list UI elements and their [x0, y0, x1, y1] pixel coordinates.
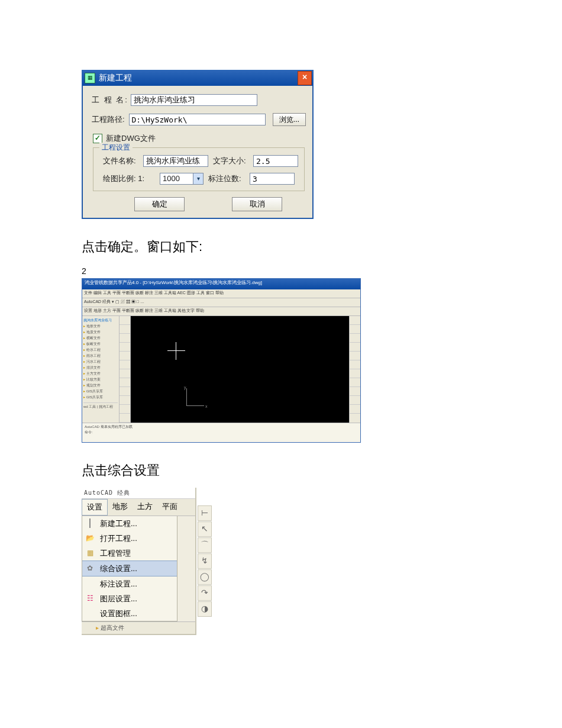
menu-item-label: 新建工程...	[100, 518, 137, 529]
tab-earthwork[interactable]: 土方	[133, 499, 157, 516]
cad-canvas[interactable]: y x	[131, 316, 349, 423]
tree-root[interactable]: 挑沟水库鸿业练习	[83, 318, 118, 323]
scale-value: 1000	[160, 173, 193, 184]
tree-item[interactable]: 纵断文件	[83, 342, 118, 347]
ucs-y-label: y	[184, 385, 186, 389]
tab-settings[interactable]: 设置	[82, 499, 108, 516]
settings-menu-window: AutoCAD 经典 设置 地形 土方 平面 新建工程... 📂 打开工程...…	[82, 488, 196, 635]
tree-item[interactable]: GIS共享库	[83, 395, 118, 400]
settings-dropdown: 新建工程... 📂 打开工程... ▦ 工程管理 ✿ 综合设置... 标注设置.…	[82, 516, 177, 621]
cad-right-toolbar[interactable]	[349, 316, 360, 423]
tree-item[interactable]: 土方文件	[83, 371, 118, 376]
project-path-label: 工程路径:	[92, 114, 129, 125]
app-icon: ▦	[85, 73, 95, 83]
blank-icon	[85, 579, 95, 589]
tool-icon[interactable]: ◯	[198, 569, 212, 585]
menu-item-project-manage[interactable]: ▦ 工程管理	[82, 546, 177, 561]
tool-icon[interactable]: ◑	[198, 601, 212, 617]
tree-item[interactable]: 排洪文件	[83, 365, 118, 371]
tool-icon[interactable]: ↷	[198, 585, 212, 601]
menu-item-label: 工程管理	[100, 548, 131, 559]
menubar[interactable]: 设置 地形 土方 平面	[82, 499, 195, 516]
text-size-label: 文字大小:	[213, 156, 253, 166]
precision-input[interactable]	[250, 173, 295, 185]
menu-item-label: 打开工程...	[100, 533, 137, 544]
tool-icon[interactable]: ⌒	[198, 537, 212, 553]
tree-footer: wd 工具 | 挑沟工程	[83, 402, 118, 410]
tree-item[interactable]: 地形文件	[83, 324, 118, 329]
tree-item[interactable]: GIS共享库	[83, 389, 118, 394]
cad-command-line[interactable]: AutoCAD 菜单实用程序已加载 命令:	[82, 423, 360, 442]
project-manage-icon: ▦	[85, 549, 95, 558]
close-icon[interactable]: ×	[298, 71, 312, 85]
dialog-title: 新建工程	[99, 73, 132, 83]
tool-icon[interactable]: ↯	[198, 553, 212, 569]
new-project-dialog: ▦ 新建工程 × 工 程 名: 工程路径: 浏览... ✓ 新建DWG文件 工程…	[82, 70, 314, 219]
dialog-titlebar: ▦ 新建工程 ×	[82, 70, 313, 86]
new-file-icon	[85, 519, 95, 529]
precision-label: 标注位数:	[208, 173, 250, 184]
tree-item[interactable]: 规划文件	[83, 383, 118, 388]
crosshair-icon	[167, 350, 185, 351]
file-name-label: 文件名称:	[103, 156, 143, 166]
ucs-y-axis	[186, 388, 187, 406]
new-dwg-checkbox[interactable]: ✓	[93, 134, 102, 143]
file-name-input[interactable]	[143, 155, 208, 167]
menu-item-label: 设置图框...	[100, 608, 137, 619]
folder-open-icon: 📂	[85, 534, 95, 543]
cad-titlebar: 鸿业管线数据共享产品4.0 - [D:\HySzWork\挑沟水库鸿业练习\挑沟…	[82, 279, 360, 289]
tree-item[interactable]: 横断文件	[83, 336, 118, 341]
page-number: 2	[82, 266, 562, 276]
ucs-x-axis	[186, 405, 204, 406]
scale-label: 绘图比例: 1:	[103, 173, 160, 184]
menu-item-general-settings[interactable]: ✿ 综合设置...	[82, 561, 177, 576]
tree-item[interactable]: 比较方案	[83, 377, 118, 382]
layers-icon: ☷	[85, 594, 95, 604]
cad-left-toolbar[interactable]	[119, 316, 131, 423]
menu-item-label: 图层设置...	[100, 594, 137, 604]
tab-plan[interactable]: 平面	[157, 499, 182, 516]
cad-toolbar-1[interactable]: AutoCAD 经典 ▾ ▢ ▨ ▦ ▣ □ …	[82, 298, 360, 307]
menu-bottom-item[interactable]: ▸ 超高文件	[82, 621, 195, 634]
tab-terrain[interactable]: 地形	[108, 499, 133, 516]
ucs-x-label: x	[205, 404, 208, 408]
body-text-1: 点击确定。窗口如下:	[82, 238, 562, 256]
tree-item[interactable]: 地质文件	[83, 330, 118, 335]
body-text-2: 点击综合设置	[82, 462, 562, 479]
cad-project-tree[interactable]: 挑沟水库鸿业练习 地形文件地质文件横断文件纵断文件给水工程雨水工程污水工程排洪文…	[82, 316, 119, 423]
chevron-down-icon[interactable]: ▾	[193, 173, 203, 184]
cad-menubar[interactable]: 文件 编辑 工具 平面 平断面 纵断 标注 三维 工具箱 AEC 图形 工具 窗…	[82, 289, 360, 298]
menu-item-open-project[interactable]: 📂 打开工程...	[82, 531, 177, 546]
text-size-input[interactable]	[253, 155, 298, 167]
browse-button[interactable]: 浏览...	[273, 113, 306, 126]
blank-icon	[85, 609, 95, 619]
menu-item-frame-settings[interactable]: 设置图框...	[82, 606, 177, 621]
cad-main-window: 鸿业管线数据共享产品4.0 - [D:\HySzWork\挑沟水库鸿业练习\挑沟…	[82, 278, 361, 443]
menu-item-label: 综合设置...	[100, 563, 137, 574]
cancel-button[interactable]: 取消	[232, 197, 282, 211]
project-name-input[interactable]	[131, 94, 257, 106]
menu-item-layer-settings[interactable]: ☷ 图层设置...	[82, 591, 177, 606]
cmd-line-1: AutoCAD 菜单实用程序已加载	[85, 424, 358, 430]
project-path-input[interactable]	[129, 114, 266, 125]
tree-item[interactable]: 给水工程	[83, 347, 118, 353]
side-tool-palette[interactable]: ⊢ ↖ ⌒ ↯ ◯ ↷ ◑	[198, 505, 212, 617]
menu-item-annotation-settings[interactable]: 标注设置...	[82, 576, 177, 591]
menu-item-label: 标注设置...	[100, 579, 137, 590]
gear-icon: ✿	[85, 564, 95, 574]
scale-combo[interactable]: 1000 ▾	[160, 173, 204, 185]
tree-item[interactable]: 雨水工程	[83, 353, 118, 359]
cmd-line-2: 命令:	[85, 430, 358, 435]
project-name-label: 工 程 名:	[92, 95, 131, 105]
menu-item-new-project[interactable]: 新建工程...	[82, 516, 177, 531]
ok-button[interactable]: 确定	[134, 197, 185, 211]
workspace-label: AutoCAD 经典	[82, 488, 195, 499]
group-title: 工程设置	[99, 143, 133, 153]
tool-icon[interactable]: ↖	[198, 521, 212, 537]
tree-item[interactable]: 污水工程	[83, 359, 118, 365]
project-settings-group: 工程设置 文件名称: 文字大小: 绘图比例: 1: 1000 ▾ 标注位数:	[93, 147, 305, 191]
cad-toolbar-2[interactable]: 设置 地形 土方 平面 平断面 纵断 标注 三维 工具箱 其他 文字 帮助	[82, 307, 360, 316]
crosshair-icon	[176, 342, 176, 360]
tool-icon[interactable]: ⊢	[198, 505, 212, 521]
